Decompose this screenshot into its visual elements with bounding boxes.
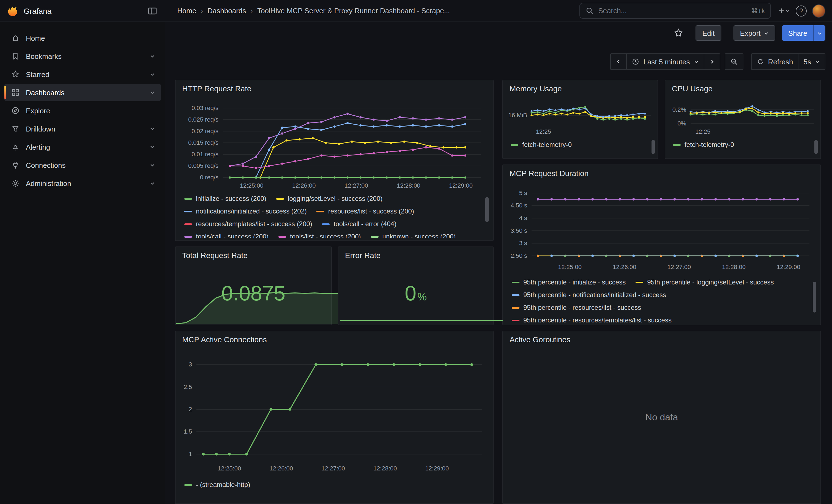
legend-item[interactable]: tools/list - success (200) — [279, 233, 361, 238]
sidebar-item-home[interactable]: Home — [4, 29, 161, 47]
svg-text:1.5: 1.5 — [183, 428, 192, 435]
memory-usage-chart[interactable]: 16 MiB12:25 — [506, 97, 655, 135]
svg-text:1: 1 — [189, 451, 192, 457]
svg-text:12:25: 12:25 — [536, 128, 551, 135]
refresh-interval-picker[interactable]: 5s — [798, 53, 825, 70]
sidebar-item-label: Starred — [26, 70, 49, 78]
legend-item[interactable]: 95th percentile - initialize - success — [512, 278, 626, 286]
help-button[interactable]: ? — [796, 5, 807, 16]
panel-title[interactable]: CPU Usage — [672, 84, 712, 93]
export-button[interactable]: Export — [733, 25, 775, 41]
cpu-usage-chart[interactable]: 0%0.2%12:25 — [669, 97, 818, 135]
legend-item[interactable]: resources/templates/list - success (200) — [184, 220, 312, 228]
time-shift-back-button[interactable] — [610, 53, 627, 70]
legend-item[interactable]: tools/call - error (404) — [322, 220, 396, 228]
chevron-down-icon[interactable] — [150, 126, 155, 132]
chevron-down-icon[interactable] — [150, 53, 155, 59]
legend-item[interactable]: 95th percentile - resources/list - succe… — [512, 304, 641, 312]
svg-text:12:29:00: 12:29:00 — [425, 465, 449, 472]
mcp-request-duration-chart[interactable]: 2.50 s3 s3.50 s4 s4.50 s5 s12:25:0012:26… — [508, 185, 816, 273]
panel-title[interactable]: HTTP Request Rate — [182, 84, 252, 93]
legend-item[interactable]: fetch-telemetry-0 — [673, 141, 734, 149]
refresh-button[interactable]: Refresh — [751, 53, 799, 70]
legend-item[interactable]: fetch-telemetry-0 — [511, 141, 572, 149]
sidebar-item-connections[interactable]: Connections — [4, 156, 161, 174]
sidebar-item-alerting[interactable]: Alerting — [4, 138, 161, 156]
panel-title[interactable]: Total Request Rate — [182, 251, 248, 260]
chevron-down-icon[interactable] — [150, 162, 155, 168]
zoom-out-button[interactable] — [724, 53, 743, 70]
panel-title[interactable]: Memory Usage — [510, 84, 562, 93]
legend-scrollbar[interactable] — [813, 282, 816, 313]
avatar[interactable] — [812, 4, 825, 17]
svg-text:0.01 req/s: 0.01 req/s — [191, 151, 218, 158]
sidebar-item-explore[interactable]: Explore — [4, 102, 161, 120]
refresh-icon — [756, 58, 764, 65]
legend-item[interactable]: logging/setLevel - success (200) — [276, 195, 383, 203]
panel-memory-usage: Memory Usage 16 MiB12:25 fetch-telemetry… — [502, 80, 658, 159]
mcp-active-connections-chart[interactable]: 11.522.5312:25:0012:26:0012:27:0012:28:0… — [180, 350, 489, 475]
legend-item[interactable]: initialize - success (200) — [184, 195, 266, 203]
http-legend: initialize - success (200)logging/setLev… — [184, 195, 478, 238]
breadcrumb-home[interactable]: Home — [177, 7, 196, 15]
sidebar-item-administration[interactable]: Administration — [4, 175, 161, 192]
legend-scrollbar[interactable] — [814, 140, 818, 154]
time-range-picker[interactable]: Last 5 minutes — [626, 53, 704, 70]
breadcrumb-dashboards[interactable]: Dashboards — [207, 7, 246, 15]
panel-title[interactable]: MCP Request Duration — [510, 169, 589, 178]
grafana-logo[interactable] — [7, 5, 19, 17]
svg-text:12:28:00: 12:28:00 — [397, 182, 420, 189]
bell-icon — [11, 142, 20, 151]
favorite-star-icon[interactable] — [674, 28, 684, 38]
sidebar-item-label: Administration — [26, 179, 71, 187]
legend-item[interactable]: 95th percentile - notifications/initiali… — [512, 291, 666, 299]
dashboards-icon — [11, 88, 20, 97]
no-data-message: No data — [503, 331, 821, 503]
breadcrumb-current: ToolHive MCP Server & Proxy Runner Dashb… — [257, 7, 450, 15]
refresh-group: Refresh 5s — [751, 53, 825, 70]
legend-item[interactable]: notifications/initialized - success (202… — [184, 207, 307, 215]
share-menu-button[interactable] — [813, 25, 825, 41]
chevron-down-icon[interactable] — [150, 90, 155, 95]
duration-legend: 95th percentile - initialize - success95… — [512, 278, 807, 322]
sidebar-item-label: Explore — [26, 106, 50, 115]
chevron-down-icon[interactable] — [150, 181, 155, 186]
legend-item[interactable]: 95th percentile - resources/templates/li… — [512, 316, 672, 322]
edit-button[interactable]: Edit — [696, 25, 721, 41]
sidebar-item-starred[interactable]: Starred — [4, 65, 161, 83]
panel-total-request-rate: Total Request Rate 0.0875 — [175, 246, 332, 325]
share-button[interactable]: Share — [782, 25, 813, 41]
cpu-legend: fetch-telemetry-0 — [673, 141, 810, 154]
legend-item[interactable]: - (streamable-http) — [184, 481, 250, 488]
legend-item[interactable]: 95th percentile - logging/setLevel - suc… — [635, 278, 774, 286]
stat-value: 0.0875 — [222, 282, 285, 306]
svg-text:3: 3 — [189, 361, 192, 368]
time-range-group: Last 5 minutes — [610, 53, 720, 70]
legend-item[interactable]: tools/call - success (200) — [184, 233, 268, 238]
chevron-down-icon[interactable] — [150, 72, 155, 77]
legend-scrollbar[interactable] — [651, 140, 655, 154]
panel-title[interactable]: MCP Active Connections — [182, 335, 267, 344]
sidebar-toggle-icon[interactable] — [148, 6, 157, 16]
svg-text:12:27:00: 12:27:00 — [321, 465, 345, 472]
legend-item[interactable]: unknown - success (200) — [371, 233, 456, 238]
stat-value: 0 — [405, 282, 416, 306]
question-icon: ? — [799, 7, 803, 15]
legend-scrollbar[interactable] — [485, 197, 489, 222]
chevron-down-icon — [764, 30, 769, 35]
time-shift-forward-button[interactable] — [703, 53, 720, 70]
http-request-rate-chart[interactable]: 0 req/s0.005 req/s0.01 req/s0.015 req/s0… — [180, 100, 489, 191]
sidebar-item-bookmarks[interactable]: Bookmarks — [4, 47, 161, 65]
star-icon — [11, 70, 20, 79]
chevron-down-icon[interactable] — [150, 144, 155, 150]
sidebar-item-dashboards[interactable]: Dashboards — [4, 84, 161, 101]
dashboard-main: Edit Export Share — [165, 22, 832, 504]
search-input[interactable]: Search... ⌘+k — [579, 3, 771, 19]
new-button[interactable]: + — [779, 5, 790, 16]
sidebar-item-drilldown[interactable]: Drilldown — [4, 120, 161, 137]
connections-legend: - (streamable-http) — [184, 481, 484, 494]
panel-title[interactable]: Error Rate — [345, 251, 381, 260]
legend-item[interactable]: resources/list - success (200) — [317, 207, 414, 215]
svg-text:4 s: 4 s — [519, 215, 527, 221]
svg-text:12:27:00: 12:27:00 — [668, 264, 691, 270]
